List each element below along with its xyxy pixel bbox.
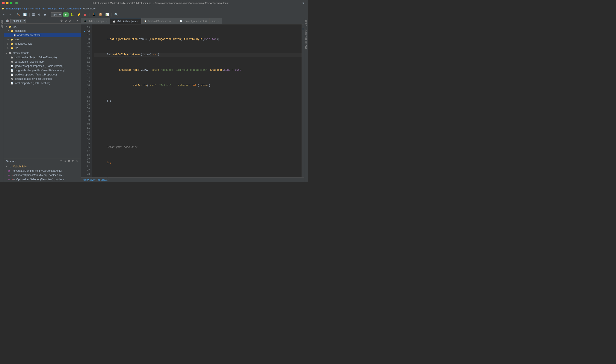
- structure-sort-alpha-btn[interactable]: ⇅: [60, 159, 63, 163]
- tree-item-gradle-properties[interactable]: ▷ 📄 gradle.properties (Project Propertie…: [4, 72, 81, 77]
- structure-onoptionsitemselected[interactable]: m ● onOptionsItemSelected(MenuItem): boo…: [4, 177, 81, 182]
- sdk-btn[interactable]: ★: [42, 12, 48, 17]
- minimize-button[interactable]: [6, 2, 9, 4]
- tree-item-generatedjava[interactable]: ▷ 📁 generatedJava: [4, 42, 81, 46]
- breadcrumb-slidesexample2[interactable]: slidesexample: [66, 7, 81, 10]
- tree-arrow-java: ▷: [7, 38, 10, 40]
- sidebar-close-btn[interactable]: ✕: [76, 19, 79, 23]
- run-config-select[interactable]: app: [51, 13, 62, 17]
- structure-class[interactable]: ▼ C MainActivity: [4, 164, 81, 169]
- method-icon-menu: m: [7, 173, 11, 177]
- tree-item-gradle-wrapper[interactable]: ▷ 📄 gradle-wrapper.properties (Gradle Ve…: [4, 64, 81, 68]
- tree-item-proguard[interactable]: ▷ 📄 proguard-rules.pro (ProGuard Rules f…: [4, 68, 81, 72]
- linenum-50: 50: [81, 84, 92, 88]
- nav-back-btn[interactable]: ⚙: [301, 1, 306, 5]
- build-btn[interactable]: 🔨: [15, 12, 21, 17]
- sidebar-collapse-btn[interactable]: ⊖: [68, 19, 72, 23]
- tree-item-gradle-scripts[interactable]: ▼ 🐘 Gradle Scripts: [4, 51, 81, 55]
- sidebar-expand-btn[interactable]: ⊕: [64, 19, 67, 23]
- tree-label-gradle-properties: gradle.properties (Project Properties): [14, 73, 57, 76]
- structure-close-btn[interactable]: ✕: [76, 159, 79, 163]
- tab-androidmanifest[interactable]: 📋 AndroidManifest.xml ✕: [142, 18, 177, 24]
- code-content[interactable]: FloatingActionButton fab = (FloatingActi…: [92, 25, 302, 177]
- tree-item-app[interactable]: ▼ 📁 app: [4, 25, 81, 29]
- profile-button[interactable]: ⚡: [76, 12, 82, 17]
- breadcrumb-com[interactable]: com: [59, 7, 64, 10]
- linenum-48: 48: [81, 76, 92, 80]
- breadcrumb-mainactivity[interactable]: MainActivity: [83, 7, 95, 10]
- tree-item-local-properties[interactable]: ▷ 📄 local.properties (SDK Location): [4, 81, 81, 85]
- tab-close-manifest[interactable]: ✕: [173, 20, 174, 22]
- tree-arrow-manifests: ▼: [7, 30, 10, 32]
- tree-item-build-gradle-project[interactable]: ▷ 🐘 build.gradle (Project: SlidesExample…: [4, 55, 81, 60]
- folder-icon-app: 📁: [9, 25, 12, 28]
- method-icon-options: m: [7, 178, 11, 181]
- breadcrumb-src[interactable]: src: [29, 7, 33, 10]
- project-view-select[interactable]: Android: [10, 19, 26, 23]
- toolbar-sep-1: [14, 13, 14, 16]
- tab-close-main[interactable]: ✕: [137, 20, 139, 23]
- breadcrumb-slidesexample[interactable]: SlidesExample: [6, 7, 21, 10]
- structure-settings-btn[interactable]: ⊞: [71, 159, 75, 163]
- tab-slidesexample[interactable]: 📱 SlidesExample ✕: [81, 18, 110, 24]
- toolbar-sep-2: [29, 13, 30, 16]
- tree-label-gradle-scripts: Gradle Scripts: [13, 52, 29, 55]
- tree-item-androidmanifest[interactable]: ▷ 📋 AndroidManifest.xml: [4, 33, 81, 37]
- linenum-44: 44: [81, 60, 92, 64]
- traffic-lights[interactable]: [2, 2, 13, 4]
- close-button[interactable]: [2, 2, 5, 4]
- linenum-62: 62: [81, 130, 92, 134]
- maximize-button[interactable]: [10, 2, 13, 4]
- search-btn[interactable]: 🔍: [113, 12, 119, 17]
- method-icon-oncreate: m: [7, 169, 11, 173]
- structure-gear-btn[interactable]: ⚙: [67, 159, 71, 163]
- tab-app[interactable]: app ✕: [210, 18, 222, 24]
- forward-btn[interactable]: →: [7, 12, 13, 17]
- breadcrumb-main[interactable]: main: [35, 7, 40, 10]
- tab-content-main[interactable]: 📋 content_main.xml ✕: [177, 18, 210, 24]
- sidebar-settings-btn[interactable]: ≡: [72, 19, 75, 23]
- tree-item-java[interactable]: ▷ 📁 java: [4, 37, 81, 42]
- tab-label-slides: SlidesExample: [88, 20, 105, 23]
- tab-close-content[interactable]: ✕: [205, 20, 207, 22]
- tab-label-main: MainActivity.java: [117, 20, 135, 23]
- editor-bc-oncreate[interactable]: onCreate(): [98, 179, 109, 181]
- linenum-61: 61: [81, 126, 92, 130]
- breadcrumb-java[interactable]: java: [42, 7, 46, 10]
- tree-item-res[interactable]: ▷ 📁 res: [4, 46, 81, 50]
- tab-mainactivity[interactable]: ☕ MainActivity.java ✕: [110, 18, 141, 24]
- settings-btn[interactable]: ⚙: [37, 12, 42, 17]
- debug-button[interactable]: 🐛: [69, 12, 75, 17]
- stop-button[interactable]: ⏹: [82, 12, 88, 17]
- tab-close-slides[interactable]: ✕: [106, 20, 107, 22]
- back-btn[interactable]: ←: [1, 12, 7, 17]
- breadcrumb-app[interactable]: app: [23, 7, 27, 10]
- code-editor: 33 ● 34 37 38 39: [81, 25, 304, 177]
- tree-item-settings-gradle[interactable]: ▷ 🐘 settings.gradle (Project Settings): [4, 77, 81, 81]
- tree-item-build-gradle-app[interactable]: ▷ 🐘 build.gradle (Module: app): [4, 60, 81, 64]
- structure-panel: Structure ⇅ ≡ ⚙ ⊞ ✕ ▼ C MainActivity m: [4, 158, 81, 182]
- tree-label-androidmanifest: AndroidManifest.xml: [17, 34, 40, 37]
- sidebar-gear-btn[interactable]: ⚙: [60, 19, 64, 23]
- tree-item-manifests[interactable]: ▼ 📁 manifests: [4, 29, 81, 33]
- gradle-panel-label[interactable]: Gradle: [304, 18, 308, 28]
- avd-btn[interactable]: 📱: [91, 12, 97, 17]
- tab-close-app[interactable]: ✕: [218, 20, 219, 22]
- structure-sort-type-btn[interactable]: ≡: [64, 159, 67, 163]
- captures-panel-label[interactable]: Captures: [0, 18, 3, 30]
- run-button[interactable]: ▶: [63, 13, 69, 17]
- editor-bc-mainactivity[interactable]: MainActivity: [83, 179, 95, 181]
- sdk-manager-btn[interactable]: 📦: [97, 12, 104, 17]
- device-file-explorer-label[interactable]: Device File Explorer: [304, 28, 308, 50]
- toolbar-right-actions[interactable]: ⚙: [301, 1, 306, 5]
- code-line-43: try: [94, 161, 302, 165]
- project-structure-btn[interactable]: 📊: [104, 12, 110, 17]
- sync-btn[interactable]: 🔃: [22, 12, 28, 17]
- structure-oncreate[interactable]: m ● onCreate(Bundle): void ↑AppCompatAct…: [4, 169, 81, 173]
- structure-btn[interactable]: ☰: [31, 12, 36, 17]
- gradle-icon-wrapper: 📄: [10, 64, 14, 68]
- structure-oncreateoptionsmenu[interactable]: m ● onCreateOptionsMenu(Menu): boolean ↑…: [4, 173, 81, 177]
- tab-label-app: app: [212, 20, 216, 23]
- breadcrumb-example[interactable]: example: [48, 7, 57, 10]
- code-line-40: [94, 115, 302, 118]
